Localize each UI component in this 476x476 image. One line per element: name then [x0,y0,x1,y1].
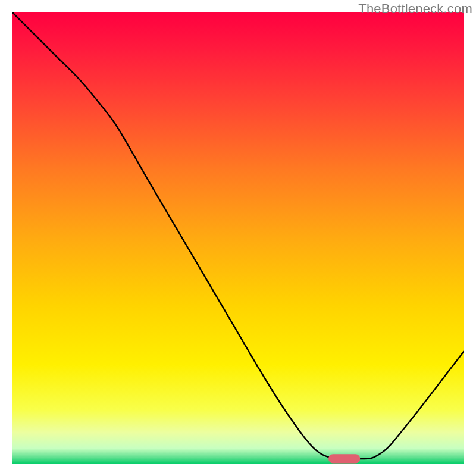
chart-plot-area [12,12,464,464]
watermark-text: TheBottleneck.com [358,1,472,17]
optimal-marker [328,454,360,463]
chart-svg [12,12,464,464]
